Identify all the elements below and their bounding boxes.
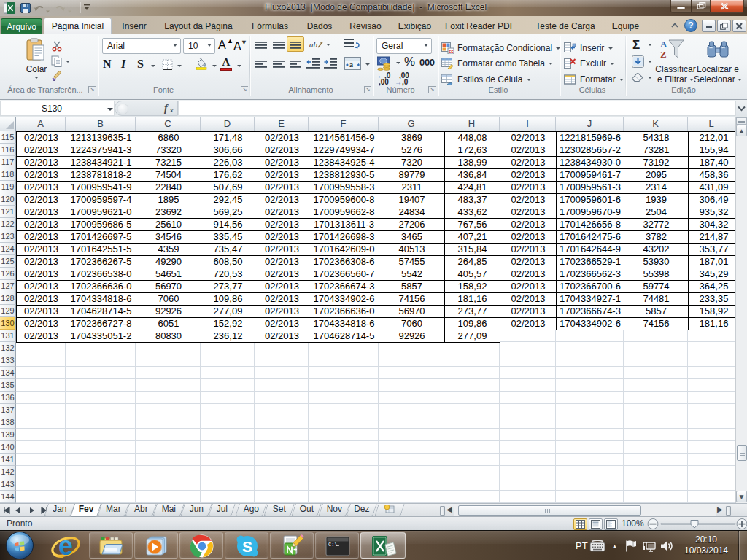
svg-text:a: a bbox=[349, 61, 353, 69]
svg-text:C:\: C:\ bbox=[328, 542, 338, 548]
svg-text:S: S bbox=[242, 538, 252, 555]
svg-text:Z: Z bbox=[660, 49, 667, 60]
svg-text:ab: ab bbox=[309, 40, 318, 49]
svg-text:ss: ss bbox=[449, 49, 454, 54]
svg-text:A: A bbox=[660, 39, 667, 50]
